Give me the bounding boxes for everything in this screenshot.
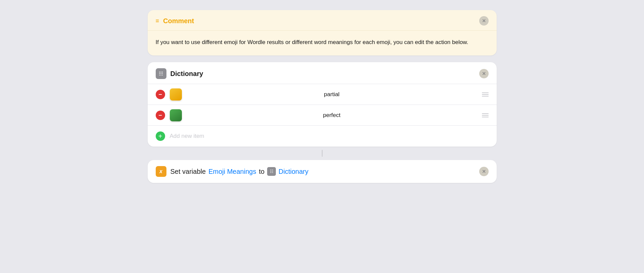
dictionary-header: ☷ Dictionary ✕: [148, 62, 497, 84]
dictionary-title: Dictionary: [170, 70, 203, 78]
yellow-emoji-square: [170, 88, 182, 101]
variable-icon-label: x: [159, 168, 162, 174]
to-text: to: [259, 168, 264, 176]
set-variable-close-button[interactable]: ✕: [479, 167, 489, 176]
drag-line-3: [482, 96, 489, 96]
comment-header: ≡ Comment ✕: [148, 10, 497, 31]
set-variable-card: x Set variable Emoji Meanings to ☷ Dicti…: [148, 160, 497, 183]
add-new-label: Add new item: [170, 133, 204, 140]
remove-partial-button[interactable]: −: [156, 90, 165, 99]
partial-label: partial: [187, 91, 477, 98]
dictionary-card: ☷ Dictionary ✕ − partial − perfect + Add…: [148, 62, 497, 147]
add-new-button[interactable]: +: [156, 131, 165, 141]
set-text: Set variable: [170, 168, 206, 176]
variable-icon: x: [156, 166, 166, 177]
vertical-divider: [322, 150, 323, 157]
variable-name[interactable]: Emoji Meanings: [208, 168, 256, 176]
hamburger-icon: ≡: [156, 18, 159, 24]
drag-line-2: [482, 94, 489, 95]
partial-drag-handle[interactable]: [482, 92, 489, 96]
comment-title: Comment: [163, 17, 194, 25]
comment-text: If you want to use different emoji for W…: [156, 38, 489, 47]
drag-line-2: [482, 115, 489, 116]
dictionary-icon-glyph: ☷: [159, 71, 163, 77]
dict-ref-label[interactable]: Dictionary: [279, 168, 308, 176]
comment-header-left: ≡ Comment: [156, 17, 194, 25]
add-new-row: + Add new item: [148, 126, 497, 147]
dict-ref-glyph: ☷: [270, 169, 274, 174]
green-emoji-square: [170, 109, 182, 121]
drag-line-3: [482, 117, 489, 117]
perfect-label: perfect: [187, 112, 477, 119]
dictionary-header-left: ☷ Dictionary: [156, 68, 203, 79]
perfect-drag-handle[interactable]: [482, 113, 489, 117]
comment-body: If you want to use different emoji for W…: [148, 31, 497, 55]
dictionary-close-button[interactable]: ✕: [479, 69, 489, 78]
set-variable-text: Set variable Emoji Meanings to ☷ Diction…: [170, 167, 309, 176]
dictionary-row-perfect: − perfect: [148, 105, 497, 126]
dictionary-icon: ☷: [156, 68, 166, 79]
remove-perfect-button[interactable]: −: [156, 111, 165, 120]
dict-ref-icon: ☷: [267, 167, 276, 176]
comment-card: ≡ Comment ✕ If you want to use different…: [148, 10, 497, 55]
set-variable-left: x Set variable Emoji Meanings to ☷ Dicti…: [156, 166, 309, 177]
drag-line-1: [482, 92, 489, 93]
comment-close-button[interactable]: ✕: [479, 16, 489, 26]
drag-line-1: [482, 113, 489, 114]
dictionary-row-partial: − partial: [148, 84, 497, 105]
